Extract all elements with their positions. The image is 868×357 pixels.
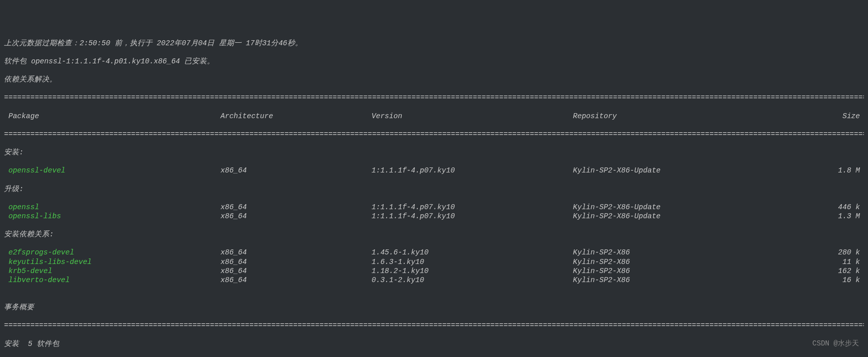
table-row: libverto-develx86_640.3.1-2.ky10Kylin-SP… [4,276,864,285]
table-row: opensslx86_641:1.1.1f-4.p07.ky10Kylin-SP… [4,203,864,212]
pkg-version: 1.18.2-1.ky10 [372,266,573,276]
pkg-name: openssl-devel [4,166,221,175]
pkg-repo: Kylin-SP2-X86 [573,257,779,266]
pkg-version: 1.45.6-1.ky10 [372,248,573,257]
pkg-name: openssl-libs [4,212,221,221]
pkg-size: 1.8 M [779,166,864,175]
table-row: e2fsprogs-develx86_641.45.6-1.ky10Kylin-… [4,248,864,257]
pkg-arch: x86_64 [221,248,372,257]
table-row: openssl-libsx86_641:1.1.1f-4.p07.ky10Kyl… [4,212,864,221]
pkg-arch: x86_64 [221,276,372,285]
separator-line: ========================================… [4,130,864,139]
pkg-size: 1.3 M [779,212,864,221]
pkg-arch: x86_64 [221,266,372,276]
install-count: 安装 5 软件包 [4,339,864,348]
separator-line: ========================================… [4,321,864,330]
pkg-size: 280 k [779,248,864,257]
pkg-size: 16 k [779,276,864,285]
pkg-size: 446 k [779,203,864,212]
pkg-arch: x86_64 [221,166,372,175]
pkg-name: keyutils-libs-devel [4,257,221,266]
pkg-installed-line: 软件包 openssl-1:1.1.1f-4.p01.ky10.x86_64 已… [4,57,864,66]
pkg-version: 1.6.3-1.ky10 [372,257,573,266]
table-row: openssl-develx86_641:1.1.1f-4.p07.ky10Ky… [4,166,864,175]
pkg-size: 11 k [779,257,864,266]
pkg-arch: x86_64 [221,257,372,266]
pkg-repo: Kylin-SP2-X86 [573,276,779,285]
table-header: Package Architecture Version Repository … [4,112,864,121]
col-package: Package [4,112,221,121]
section-install-dep: 安装依赖关系: [4,230,864,239]
dep-resolved-line: 依赖关系解决。 [4,75,864,84]
pkg-name: libverto-devel [4,276,221,285]
pkg-version: 1:1.1.1f-4.p07.ky10 [372,212,573,221]
pkg-version: 1:1.1.1f-4.p07.ky10 [372,203,573,212]
section-summary: 事务概要 [4,303,864,312]
col-repository: Repository [573,112,779,121]
pkg-name: e2fsprogs-devel [4,248,221,257]
pkg-repo: Kylin-SP2-X86-Update [573,203,779,212]
pkg-arch: x86_64 [221,203,372,212]
section-upgrade: 升级: [4,185,864,194]
pkg-repo: Kylin-SP2-X86 [573,266,779,276]
watermark: CSDN @水步天 [813,339,859,348]
table-row: keyutils-libs-develx86_641.6.3-1.ky10Kyl… [4,257,864,266]
pkg-repo: Kylin-SP2-X86-Update [573,212,779,221]
section-install: 安装: [4,148,864,157]
meta-check-line: 上次元数据过期检查：2:50:50 前，执行于 2022年07月04日 星期一 … [4,39,864,48]
pkg-repo: Kylin-SP2-X86-Update [573,166,779,175]
col-version: Version [372,112,573,121]
pkg-repo: Kylin-SP2-X86 [573,248,779,257]
col-architecture: Architecture [221,112,372,121]
pkg-name: openssl [4,203,221,212]
pkg-version: 0.3.1-2.ky10 [372,276,573,285]
pkg-arch: x86_64 [221,212,372,221]
separator-line: ========================================… [4,93,864,102]
pkg-version: 1:1.1.1f-4.p07.ky10 [372,166,573,175]
col-size: Size [779,112,864,121]
pkg-name: krb5-devel [4,266,221,276]
pkg-size: 162 k [779,266,864,276]
table-row: krb5-develx86_641.18.2-1.ky10Kylin-SP2-X… [4,266,864,276]
